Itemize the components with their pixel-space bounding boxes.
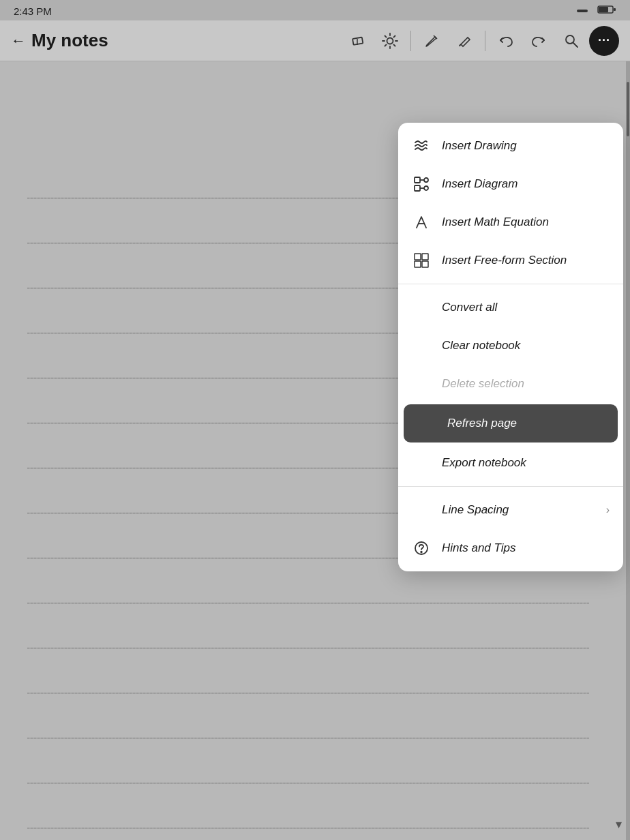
- menu-item-line-spacing[interactable]: Line Spacing ›: [398, 491, 623, 529]
- svg-rect-26: [422, 254, 428, 260]
- svg-line-14: [385, 44, 387, 46]
- menu-item-insert-math[interactable]: Insert Math Equation: [398, 203, 623, 241]
- insert-freeform-label: Insert Free-form Section: [442, 254, 610, 267]
- ruled-line: [27, 603, 589, 603]
- dropdown-menu: Insert Drawing Insert Diagram: [398, 123, 623, 571]
- line-spacing-chevron: ›: [606, 504, 610, 516]
- line-spacing-icon: [412, 500, 431, 520]
- menu-item-refresh-page[interactable]: Refresh page: [404, 404, 618, 442]
- menu-section-actions: Convert all Clear notebook Delete select…: [398, 284, 623, 487]
- svg-rect-25: [415, 254, 421, 260]
- svg-rect-18: [415, 177, 420, 183]
- svg-rect-2: [599, 7, 608, 12]
- more-dots: ···: [598, 33, 610, 48]
- freeform-icon: [412, 251, 431, 270]
- delete-selection-label: Delete selection: [442, 377, 610, 391]
- redo-button[interactable]: [524, 26, 554, 56]
- scroll-down-button[interactable]: ▾: [616, 817, 622, 832]
- nav-left: ← My notes: [11, 30, 342, 51]
- insert-diagram-label: Insert Diagram: [442, 177, 610, 191]
- clear-notebook-icon: [412, 336, 431, 355]
- nav-actions: ···: [342, 26, 619, 56]
- menu-item-clear-notebook[interactable]: Clear notebook: [398, 327, 623, 365]
- menu-item-convert-all[interactable]: Convert all: [398, 288, 623, 327]
- menu-item-insert-freeform[interactable]: Insert Free-form Section: [398, 241, 623, 280]
- search-button[interactable]: [556, 26, 586, 56]
- clear-notebook-label: Clear notebook: [442, 339, 610, 352]
- menu-item-insert-drawing[interactable]: Insert Drawing: [398, 127, 623, 165]
- more-button[interactable]: ···: [589, 26, 619, 56]
- notebook-area: ▾ Insert Drawing: [0, 61, 630, 840]
- ruled-line: [27, 783, 589, 783]
- eraser-button[interactable]: [342, 26, 372, 56]
- insert-math-label: Insert Math Equation: [442, 215, 610, 229]
- scroll-thumb: [627, 82, 629, 136]
- svg-point-19: [424, 178, 428, 182]
- svg-point-21: [424, 186, 428, 190]
- svg-point-6: [387, 38, 393, 44]
- ruled-line: [27, 828, 589, 828]
- svg-rect-28: [422, 261, 428, 267]
- svg-rect-27: [415, 261, 421, 267]
- battery-icon: [597, 5, 616, 17]
- menu-item-delete-selection[interactable]: Delete selection: [398, 365, 623, 403]
- svg-rect-0: [577, 10, 588, 12]
- refresh-page-label: Refresh page: [447, 417, 604, 430]
- status-time: 2:43 PM: [14, 5, 52, 17]
- svg-line-13: [393, 35, 395, 37]
- menu-section-settings: Line Spacing › Hints and Tips: [398, 487, 623, 571]
- ruled-line: [27, 648, 589, 648]
- svg-line-12: [393, 44, 395, 46]
- status-bar: 2:43 PM: [0, 0, 630, 20]
- svg-point-16: [566, 35, 574, 44]
- diagram-icon: [412, 175, 431, 194]
- ruled-line: [27, 738, 589, 738]
- menu-item-export-notebook[interactable]: Export notebook: [398, 444, 623, 482]
- menu-item-hints-tips[interactable]: Hints and Tips: [398, 529, 623, 567]
- back-button[interactable]: ←: [11, 32, 26, 50]
- nav-divider-2: [485, 31, 485, 51]
- svg-point-30: [421, 552, 422, 553]
- svg-rect-3: [614, 8, 616, 11]
- convert-all-label: Convert all: [442, 301, 610, 314]
- nav-divider: [410, 31, 411, 51]
- delete-selection-icon: [412, 374, 431, 393]
- highlighter-button[interactable]: [449, 26, 479, 56]
- menu-section-insert: Insert Drawing Insert Diagram: [398, 123, 623, 284]
- ruled-line: [27, 693, 589, 693]
- hints-tips-label: Hints and Tips: [442, 541, 610, 555]
- pill-indicator: [571, 9, 593, 13]
- status-right: [571, 5, 616, 17]
- line-spacing-label: Line Spacing: [442, 503, 595, 517]
- math-icon: [412, 213, 431, 232]
- pen-button[interactable]: [417, 26, 447, 56]
- page-title: My notes: [31, 30, 108, 51]
- scroll-bar[interactable]: [626, 61, 630, 840]
- svg-line-15: [460, 44, 461, 46]
- export-notebook-label: Export notebook: [442, 456, 610, 470]
- menu-item-insert-diagram[interactable]: Insert Diagram: [398, 165, 623, 203]
- undo-button[interactable]: [491, 26, 521, 56]
- svg-line-11: [385, 35, 387, 37]
- nav-bar: ← My notes: [0, 20, 630, 61]
- svg-rect-20: [415, 185, 420, 191]
- question-icon: [412, 539, 431, 558]
- brightness-button[interactable]: [375, 26, 405, 56]
- svg-line-17: [573, 43, 578, 47]
- export-notebook-icon: [412, 453, 431, 472]
- convert-all-icon: [412, 298, 431, 317]
- drawing-icon: [412, 136, 431, 155]
- refresh-page-icon: [417, 414, 436, 433]
- insert-drawing-label: Insert Drawing: [442, 139, 610, 153]
